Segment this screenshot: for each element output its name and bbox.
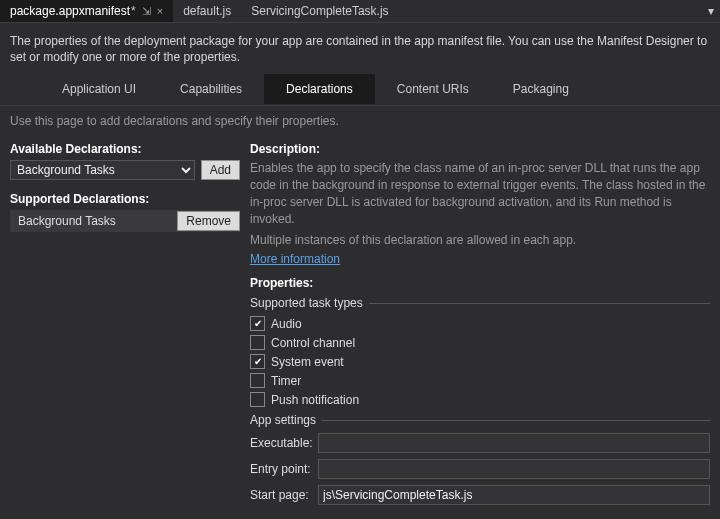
document-tab-default[interactable]: default.js	[173, 0, 241, 22]
checkbox-label: Timer	[271, 374, 301, 388]
add-button[interactable]: Add	[201, 160, 240, 180]
document-tab-label: ServicingCompleteTask.js	[251, 4, 388, 18]
start-page-label: Start page:	[250, 488, 318, 502]
checkbox-row-audio[interactable]: Audio	[250, 316, 710, 331]
tab-application-ui[interactable]: Application UI	[40, 74, 158, 104]
start-page-input[interactable]	[318, 485, 710, 505]
supported-declaration-item[interactable]: Background Tasks Remove	[10, 210, 240, 232]
checkbox-label: Push notification	[271, 393, 359, 407]
supported-declaration-label: Background Tasks	[18, 214, 177, 228]
tab-packaging[interactable]: Packaging	[491, 74, 591, 104]
page-hint: Use this page to add declarations and sp…	[0, 106, 720, 142]
more-information-link[interactable]: More information	[250, 252, 340, 266]
tab-capabilities[interactable]: Capabilities	[158, 74, 264, 104]
executable-label: Executable:	[250, 436, 318, 450]
properties-heading: Properties:	[250, 276, 710, 290]
close-icon[interactable]: ×	[157, 5, 163, 17]
available-declarations-label: Available Declarations:	[10, 142, 240, 156]
entry-point-input[interactable]	[318, 459, 710, 479]
checkbox-row-control-channel[interactable]: Control channel	[250, 335, 710, 350]
checkbox-icon[interactable]	[250, 335, 265, 350]
checkbox-row-system-event[interactable]: System event	[250, 354, 710, 369]
checkbox-label: Control channel	[271, 336, 355, 350]
document-tab-servicing[interactable]: ServicingCompleteTask.js	[241, 0, 398, 22]
page-description: The properties of the deployment package…	[0, 23, 720, 73]
description-text-2: Multiple instances of this declaration a…	[250, 232, 710, 249]
section-divider	[322, 420, 710, 421]
supported-task-types-section: Supported task types	[250, 296, 710, 310]
document-tab-strip: package.appxmanifest* ⇲ × default.js Ser…	[0, 0, 720, 23]
app-settings-section: App settings	[250, 413, 710, 427]
checkbox-icon[interactable]	[250, 354, 265, 369]
checkbox-label: System event	[271, 355, 344, 369]
executable-input[interactable]	[318, 433, 710, 453]
checkbox-icon[interactable]	[250, 316, 265, 331]
checkbox-icon[interactable]	[250, 373, 265, 388]
available-declarations-select[interactable]: Background Tasks	[10, 160, 195, 180]
supported-declarations-label: Supported Declarations:	[10, 192, 240, 206]
document-tab-manifest[interactable]: package.appxmanifest* ⇲ ×	[0, 0, 173, 22]
checkbox-icon[interactable]	[250, 392, 265, 407]
tab-overflow-icon[interactable]: ▾	[702, 4, 720, 18]
tab-declarations[interactable]: Declarations	[264, 74, 375, 104]
dirty-indicator: *	[131, 4, 136, 18]
entry-point-label: Entry point:	[250, 462, 318, 476]
pin-icon[interactable]: ⇲	[142, 5, 151, 18]
main-area: Available Declarations: Background Tasks…	[0, 142, 720, 511]
remove-button[interactable]: Remove	[177, 211, 240, 231]
section-label: Supported task types	[250, 296, 363, 310]
document-tab-label: package.appxmanifest	[10, 4, 130, 18]
description-text-1: Enables the app to specify the class nam…	[250, 160, 710, 227]
checkbox-row-timer[interactable]: Timer	[250, 373, 710, 388]
checkbox-label: Audio	[271, 317, 302, 331]
description-heading: Description:	[250, 142, 710, 156]
tab-content-uris[interactable]: Content URIs	[375, 74, 491, 104]
section-divider	[369, 303, 710, 304]
checkbox-row-push-notification[interactable]: Push notification	[250, 392, 710, 407]
document-tab-label: default.js	[183, 4, 231, 18]
designer-tabs: Application UI Capabilities Declarations…	[0, 73, 720, 106]
section-label: App settings	[250, 413, 316, 427]
